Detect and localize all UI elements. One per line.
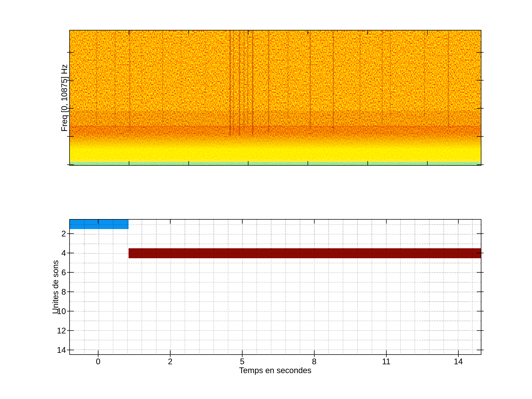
grid-line-vertical [99,220,99,354]
spectrogram-right-tick [477,52,484,53]
grid-line-vertical [372,220,372,354]
spectrogram-ylabel: Freq [0, 10875] Hz [60,64,68,132]
x-tick-label: 11 [382,357,391,366]
y-tick-label: 2 [62,230,66,238]
timeline-bottom-tick [458,350,459,357]
grid-line-vertical [271,220,271,354]
timeline-left-tick [67,253,74,253]
timeline-left-tick [67,233,74,234]
spectral-streak [382,31,383,125]
spectral-streak [230,31,231,136]
grid-line-horizontal [70,311,481,311]
spectrogram-left-tick [67,165,74,165]
grid-line-horizontal [70,244,481,244]
spectral-streak [268,31,269,133]
spectrogram-top-tick [129,30,129,35]
spectrogram-bottom-tick [248,161,248,166]
timeline-bottom-tick [170,350,171,357]
timeline-right-tick [477,330,484,331]
grid-line-vertical [443,220,444,354]
timeline-left-tick [67,291,74,292]
timeline-right-tick [477,272,484,273]
timeline-plot-area [70,220,481,354]
grid-line-vertical [429,220,430,354]
spectral-streak [310,31,311,130]
spectrogram-texture [70,31,481,165]
spectrogram-image [70,31,481,165]
figure-canvas: Freq [0, 10875] Hz Unites de sons Temps … [0,0,532,399]
timeline-right-tick [477,350,484,350]
grid-line-vertical [415,220,415,354]
grid-line-vertical [113,220,113,354]
spectral-streak [333,31,334,133]
spectral-streak [233,31,234,133]
grid-line-horizontal [70,340,481,340]
spectral-streak [360,31,360,119]
spectral-streak [205,31,206,109]
spectrogram-bottom-tick [188,161,189,166]
spectral-streak [239,31,240,136]
spectrogram-left-tick [67,52,74,53]
grid-line-vertical [156,220,157,354]
grid-line-horizontal [70,263,481,263]
grid-line-vertical [329,220,329,354]
grid-line-vertical [285,220,286,354]
grid-line-horizontal [70,272,481,273]
x-tick-label: 14 [454,357,463,366]
spectrogram-right-tick [477,136,484,137]
timeline-top-tick [314,219,315,224]
grid-line-vertical [228,220,228,354]
timeline-right-tick [477,233,484,234]
grid-line-vertical [400,220,401,354]
spectral-streak [162,31,163,122]
y-tick-label: 14 [57,346,66,354]
spectrogram-right-tick [477,108,484,109]
grid-line-vertical [257,220,257,354]
timeline-axes [69,219,481,355]
spectrogram-bottom-tick [129,161,129,166]
timeline-ylabel: Unites de sons [51,260,59,314]
spectrogram-right-tick [477,165,484,165]
timeline-right-tick [477,291,484,292]
spectrogram-top-tick [367,30,368,35]
spectral-streak [390,31,391,117]
grid-line-vertical [127,220,128,354]
timeline-top-tick [98,219,98,224]
spectrogram-top-tick [188,30,189,35]
spectrogram-top-tick [308,30,308,35]
spectrogram-top-tick [248,30,248,35]
spectrogram-left-tick [67,136,74,137]
grid-line-horizontal [70,301,481,302]
y-tick-label: 4 [62,249,66,257]
grid-line-vertical [84,220,85,354]
spectral-streak [244,31,244,130]
timeline-xlabel: Temps en secondes [239,366,311,374]
spectrogram-top-tick [427,30,428,35]
grid-line-vertical [343,220,343,354]
spectral-streak [288,31,288,118]
spectrogram-right-tick [477,80,484,81]
grid-line-vertical [171,220,171,354]
timeline-left-tick [67,350,74,350]
spectral-streak [448,31,449,127]
spectral-streak [96,31,97,125]
grid-line-vertical [472,220,473,354]
grid-line-horizontal [70,253,481,254]
spectrogram-left-tick [67,108,74,109]
grid-line-horizontal [70,224,481,225]
timeline-top-tick [458,219,459,224]
spectrogram-axes [69,30,481,166]
spectrogram-bottom-tick [367,161,368,166]
grid-line-horizontal [70,234,481,234]
grid-line-vertical [300,220,300,354]
timeline-right-tick [477,253,484,253]
grid-line-vertical [214,220,214,354]
spectral-streak [141,31,142,105]
timeline-bottom-tick [386,350,387,357]
timeline-left-tick [67,272,74,273]
spectrogram-bottom-tick [427,161,428,166]
grid-line-vertical [357,220,358,354]
x-tick-label: 2 [168,357,172,366]
grid-line-horizontal [70,292,481,292]
grid-line-horizontal [70,282,481,282]
